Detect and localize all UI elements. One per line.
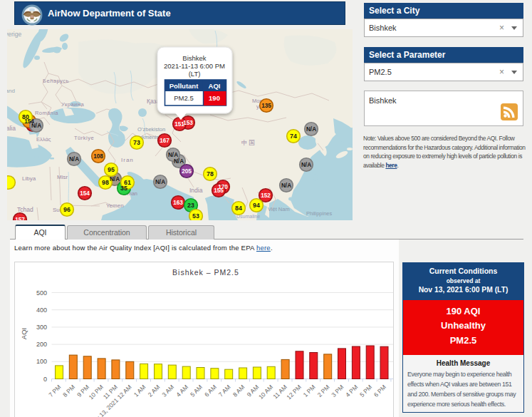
svg-text:N/A: N/A bbox=[306, 126, 316, 133]
svg-text:100: 100 bbox=[36, 358, 47, 365]
svg-text:96: 96 bbox=[63, 206, 71, 213]
svg-text:78: 78 bbox=[207, 170, 214, 177]
svg-text:AQI: AQI bbox=[20, 328, 28, 339]
svg-text:Беларусь: Беларусь bbox=[43, 78, 69, 84]
svg-text:4 PM: 4 PM bbox=[344, 383, 359, 398]
svg-text:8 PM: 8 PM bbox=[61, 383, 76, 398]
svg-text:300: 300 bbox=[36, 324, 47, 331]
svg-text:Türkiye: Türkiye bbox=[74, 135, 94, 141]
svg-text:157: 157 bbox=[15, 217, 25, 220]
svg-text:N/A: N/A bbox=[174, 158, 184, 165]
svg-text:N/A: N/A bbox=[301, 162, 311, 168]
svg-text:5 PM: 5 PM bbox=[358, 383, 373, 398]
svg-text:163: 163 bbox=[173, 200, 183, 206]
svg-text:151: 151 bbox=[174, 121, 184, 128]
svg-text:Ελλάς: Ελλάς bbox=[36, 136, 51, 143]
svg-text:2 PM: 2 PM bbox=[316, 383, 331, 398]
svg-text:4 AM: 4 AM bbox=[174, 383, 189, 398]
svg-text:Украина: Украина bbox=[61, 101, 84, 108]
svg-text:98: 98 bbox=[102, 179, 109, 186]
svg-text:verige: verige bbox=[7, 31, 21, 38]
svg-text:6 PM: 6 PM bbox=[372, 383, 387, 398]
svg-text:167: 167 bbox=[160, 138, 169, 144]
svg-text:Tchad: Tchad bbox=[17, 206, 33, 213]
svg-text:190: 190 bbox=[209, 94, 220, 102]
svg-text:5 AM: 5 AM bbox=[189, 383, 204, 398]
svg-text:154: 154 bbox=[80, 190, 90, 197]
svg-text:23: 23 bbox=[187, 202, 194, 209]
svg-text:Iran: Iran bbox=[121, 157, 134, 163]
svg-text:Yemen: Yemen bbox=[106, 202, 124, 209]
svg-text:Bishkek: Bishkek bbox=[182, 54, 207, 62]
svg-text:(LT): (LT) bbox=[189, 70, 201, 78]
svg-text:3 PM: 3 PM bbox=[330, 383, 345, 398]
svg-text:135: 135 bbox=[261, 103, 271, 109]
svg-text:74: 74 bbox=[290, 133, 297, 140]
svg-text:Italia: Italia bbox=[7, 125, 16, 132]
svg-text:500: 500 bbox=[36, 289, 47, 297]
svg-text:Misr: Misr bbox=[57, 174, 68, 180]
svg-text:PM2.5: PM2.5 bbox=[174, 94, 193, 102]
svg-text:Bishkek – PM2.5: Bishkek – PM2.5 bbox=[172, 268, 239, 277]
svg-text:N/A: N/A bbox=[155, 179, 165, 185]
svg-text:Việt Nam: Việt Nam bbox=[268, 206, 290, 212]
svg-text:7 PM: 7 PM bbox=[47, 383, 62, 398]
svg-text:205: 205 bbox=[182, 168, 192, 175]
svg-text:200: 200 bbox=[36, 341, 47, 348]
svg-text:AQI: AQI bbox=[209, 82, 221, 90]
svg-text:7 AM: 7 AM bbox=[217, 383, 232, 398]
svg-text:中国: 中国 bbox=[241, 139, 256, 146]
svg-text:N/A: N/A bbox=[31, 123, 41, 129]
svg-text:80: 80 bbox=[22, 113, 29, 120]
svg-text:0: 0 bbox=[43, 376, 47, 383]
svg-text:Libya: Libya bbox=[22, 175, 36, 182]
svg-text:N/A: N/A bbox=[281, 182, 291, 189]
svg-text:Philippines: Philippines bbox=[306, 210, 333, 217]
svg-text:155: 155 bbox=[214, 187, 224, 194]
svg-text:6 AM: 6 AM bbox=[203, 383, 218, 398]
svg-text:10 PM: 10 PM bbox=[88, 383, 105, 401]
svg-text:10 AM: 10 AM bbox=[257, 383, 274, 401]
svg-text:73: 73 bbox=[133, 139, 140, 146]
svg-text:400: 400 bbox=[36, 307, 47, 314]
svg-text:2021-11-13 6:00 PM: 2021-11-13 6:00 PM bbox=[164, 62, 225, 70]
svg-text:N/A: N/A bbox=[69, 156, 79, 163]
svg-text:3 AM: 3 AM bbox=[160, 383, 175, 398]
svg-text:53: 53 bbox=[192, 212, 199, 220]
svg-text:O’zbekiston: O’zbekiston bbox=[137, 126, 165, 133]
svg-text:11 AM: 11 AM bbox=[271, 383, 288, 401]
svg-text:152: 152 bbox=[261, 192, 271, 199]
svg-text:61: 61 bbox=[124, 179, 131, 186]
svg-text:România: România bbox=[35, 110, 58, 116]
svg-text:94: 94 bbox=[253, 202, 260, 209]
svg-text:India: India bbox=[189, 187, 203, 194]
svg-text:84: 84 bbox=[235, 205, 242, 212]
svg-text:95: 95 bbox=[108, 166, 115, 173]
svg-text:2 AM: 2 AM bbox=[147, 383, 162, 398]
svg-text:108: 108 bbox=[93, 153, 103, 160]
svg-text:N/A: N/A bbox=[168, 152, 178, 158]
svg-text:Poland: Poland bbox=[7, 88, 15, 94]
svg-text:1 PM: 1 PM bbox=[302, 383, 317, 398]
svg-text:N/A: N/A bbox=[110, 176, 120, 182]
svg-text:Pollutant: Pollutant bbox=[169, 82, 199, 90]
svg-text:153: 153 bbox=[183, 120, 193, 126]
svg-text:1 AM: 1 AM bbox=[132, 383, 147, 398]
svg-text:12 PM: 12 PM bbox=[285, 383, 302, 401]
svg-text:8 AM: 8 AM bbox=[231, 383, 246, 398]
